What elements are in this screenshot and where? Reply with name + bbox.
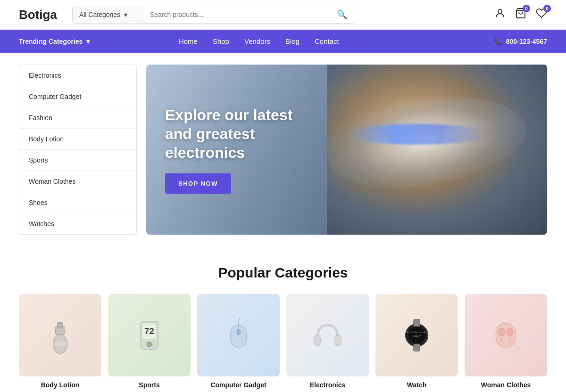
phone-info: 📞 800-123-4567 — [494, 38, 547, 45]
svg-rect-20 — [414, 319, 420, 327]
sports-icon: 72 — [129, 315, 169, 355]
hero-title: Explore our latest and greatest electron… — [165, 106, 292, 162]
logo[interactable]: Botiga — [19, 8, 57, 22]
main-content: Electronics Computer Gadget Fashion Body… — [0, 53, 566, 246]
svg-rect-13 — [314, 335, 321, 346]
nav-links: Home Shop Vendors Blog Contact — [179, 37, 339, 46]
category-card-electronics[interactable]: Electronics — [286, 294, 369, 389]
category-img-woman-clothes — [465, 294, 547, 376]
nav-bar: Trending Categories ▾ Home Shop Vendors … — [0, 30, 566, 53]
chevron-down-icon: ▾ — [124, 11, 127, 18]
sidebar-item-fashion[interactable]: Fashion — [19, 107, 136, 129]
header: Botiga All Categories ▾ 🔍 0 — [0, 0, 566, 30]
nav-shop[interactable]: Shop — [213, 37, 229, 45]
category-card-woman-clothes[interactable]: Woman Clothes — [465, 294, 547, 389]
svg-point-9 — [147, 342, 151, 347]
user-account-button[interactable] — [494, 8, 506, 22]
popular-categories-title: Popular Categories — [19, 265, 547, 281]
sidebar-item-woman-clothes[interactable]: Woman Clothes — [19, 171, 136, 192]
hero-content: Explore our latest and greatest electron… — [146, 87, 311, 212]
sidebar-item-watches[interactable]: Watches — [19, 213, 136, 234]
sidebar-item-electronics[interactable]: Electronics — [19, 65, 136, 86]
nav-home[interactable]: Home — [179, 37, 198, 45]
category-img-sports: 72 — [108, 294, 191, 376]
category-dropdown[interactable]: All Categories ▾ — [73, 6, 143, 23]
woman-clothes-icon — [486, 315, 526, 355]
category-card-watch[interactable]: What's the weather today? Watch — [375, 294, 458, 389]
nav-blog[interactable]: Blog — [285, 37, 300, 45]
svg-rect-14 — [335, 335, 341, 346]
sidebar-item-shoes[interactable]: Shoes — [19, 192, 136, 213]
svg-rect-21 — [414, 344, 420, 351]
category-card-computer-gadget[interactable]: Computer Gadget — [197, 294, 280, 389]
wishlist-badge: 0 — [543, 5, 551, 12]
wishlist-button[interactable]: 0 — [536, 8, 547, 22]
nav-contact[interactable]: Contact — [315, 37, 339, 45]
svg-rect-24 — [507, 328, 513, 336]
phone-number: 800-123-4567 — [506, 38, 547, 45]
category-name-woman-clothes: Woman Clothes — [465, 381, 547, 389]
svg-rect-22 — [496, 323, 516, 347]
svg-text:What's the weather: What's the weather — [405, 331, 429, 334]
category-img-computer-gadget — [197, 294, 280, 376]
svg-text:72: 72 — [144, 326, 154, 336]
sidebar-item-computer-gadget[interactable]: Computer Gadget — [19, 86, 136, 107]
header-icons: 0 0 — [494, 8, 547, 22]
sidebar-item-body-lotion[interactable]: Body Lotion — [19, 129, 136, 150]
body-lotion-icon — [40, 315, 80, 355]
category-select-label: All Categories — [79, 11, 120, 18]
svg-point-5 — [55, 342, 66, 346]
nav-vendors[interactable]: Vendors — [244, 37, 270, 45]
search-input[interactable] — [143, 6, 329, 23]
category-name-computer-gadget: Computer Gadget — [197, 381, 280, 389]
category-img-electronics — [286, 294, 369, 376]
svg-text:today?: today? — [413, 335, 422, 337]
categories-grid: Body Lotion 72 Sports — [19, 294, 547, 389]
user-icon — [494, 9, 506, 21]
category-img-body-lotion — [19, 294, 101, 376]
category-name-watch: Watch — [375, 381, 458, 389]
sidebar-item-sports[interactable]: Sports — [19, 150, 136, 171]
cart-button[interactable]: 0 — [515, 8, 526, 22]
electronics-icon — [308, 315, 348, 355]
cart-badge: 0 — [523, 5, 530, 12]
category-name-electronics: Electronics — [286, 381, 369, 389]
sidebar: Electronics Computer Gadget Fashion Body… — [19, 65, 137, 235]
watch-icon: What's the weather today? — [397, 315, 437, 355]
category-img-watch: What's the weather today? — [375, 294, 458, 376]
shop-now-button[interactable]: SHOP NOW — [165, 173, 231, 194]
category-card-body-lotion[interactable]: Body Lotion — [19, 294, 101, 389]
popular-categories-section: Popular Categories Body Lotion — [0, 246, 566, 392]
computer-gadget-icon — [218, 315, 258, 355]
svg-point-0 — [498, 9, 502, 13]
hero-banner: Explore our latest and greatest electron… — [146, 65, 547, 235]
search-wrapper: All Categories ▾ 🔍 — [72, 6, 355, 24]
search-icon: 🔍 — [337, 10, 347, 19]
hero-vr-glow — [347, 124, 487, 144]
trending-categories-label: Trending Categories — [19, 38, 83, 45]
svg-rect-4 — [58, 322, 63, 328]
trending-chevron-icon: ▾ — [86, 38, 90, 45]
search-button[interactable]: 🔍 — [329, 6, 355, 23]
category-card-sports[interactable]: 72 Sports — [108, 294, 191, 389]
phone-icon: 📞 — [494, 38, 502, 45]
svg-point-12 — [236, 329, 241, 335]
category-name-sports: Sports — [108, 381, 191, 389]
trending-categories-button[interactable]: Trending Categories ▾ — [19, 38, 101, 45]
category-name-body-lotion: Body Lotion — [19, 381, 101, 389]
svg-rect-23 — [499, 328, 505, 336]
